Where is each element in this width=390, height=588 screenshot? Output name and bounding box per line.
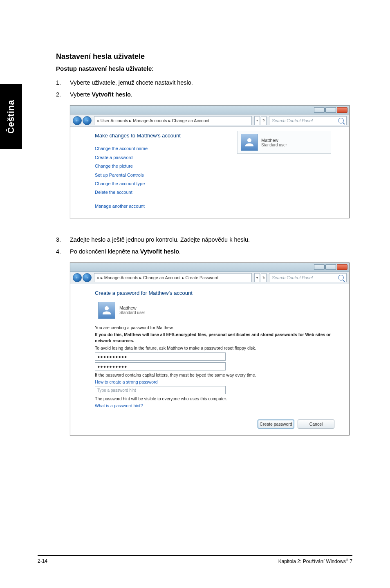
search-input[interactable]: Search Control Panel xyxy=(269,116,347,125)
link-parental-controls[interactable]: Set up Parental Controls xyxy=(95,171,339,180)
step-3: 3. Zadejte heslo a ještě jednou pro kont… xyxy=(56,235,359,245)
step-text: Po dokončení klepněte na Vytvořit heslo. xyxy=(70,247,359,257)
step-number: 1. xyxy=(56,78,70,88)
password-confirm-field[interactable]: ●●●●●●●●●● xyxy=(95,362,226,370)
forward-button[interactable]: → xyxy=(83,273,92,282)
window-titlebar xyxy=(70,263,349,272)
dialog-buttons: Create password Cancel xyxy=(70,415,349,435)
search-placeholder: Search Control Panel xyxy=(272,275,313,280)
step-text-bold: Vytvořit heslo xyxy=(92,91,130,98)
step-text: Vyberte uživatele, jemuž chcete nastavit… xyxy=(70,78,359,88)
search-icon xyxy=(338,275,344,281)
breadcrumb[interactable]: « User Accounts ▸ Manage Accounts ▸ Chan… xyxy=(94,116,252,125)
step-number: 3. xyxy=(56,235,70,245)
steps-list-continued: 3. Zadejte heslo a ještě jednou pro kont… xyxy=(56,235,359,256)
search-placeholder: Search Control Panel xyxy=(272,118,313,123)
what-is-hint-link[interactable]: What is a password hint? xyxy=(95,403,334,408)
account-name: Matthew xyxy=(261,138,287,143)
language-tab: Čeština xyxy=(0,84,22,149)
caps-note: If the password contains capital letters… xyxy=(95,372,334,378)
back-button[interactable]: ← xyxy=(73,116,82,125)
panel-body: Create a password for Matthew's account … xyxy=(70,284,349,415)
forward-button[interactable]: → xyxy=(83,116,92,125)
breadcrumb-dropdown[interactable]: ▾ xyxy=(254,273,260,282)
step-1: 1. Vyberte uživatele, jemuž chcete nasta… xyxy=(56,78,359,88)
heading-main: Nastavení hesla uživatele xyxy=(56,52,359,61)
minimize-button[interactable] xyxy=(314,264,325,270)
link-delete-account[interactable]: Delete the account xyxy=(95,188,339,197)
avatar xyxy=(98,302,115,319)
heading-sub: Postup nastavení hesla uživatele: xyxy=(56,65,359,72)
step-4: 4. Po dokončení klepněte na Vytvořit hes… xyxy=(56,247,359,257)
panel-title: Create a password for Matthew's account xyxy=(95,290,334,296)
page-number: 2-14 xyxy=(38,558,47,564)
step-text-prefix: Vyberte xyxy=(70,91,92,98)
link-manage-another[interactable]: Manage another account xyxy=(95,202,339,211)
floppy-advice: To avoid losing data in the future, ask … xyxy=(95,345,334,351)
password-hint-field[interactable]: Type a password hint xyxy=(95,386,226,394)
back-button[interactable]: ← xyxy=(73,273,82,282)
page-footer: 2-14 Kapitola 2: Používání Windows® 7 xyxy=(38,555,352,564)
search-input[interactable]: Search Control Panel xyxy=(269,273,347,282)
steps-list: 1. Vyberte uživatele, jemuž chcete nasta… xyxy=(56,78,359,99)
refresh-button[interactable]: ↻ xyxy=(261,116,267,125)
step-text-suffix: . xyxy=(179,248,181,255)
step-text-prefix: Po dokončení klepněte na xyxy=(70,248,140,255)
user-icon xyxy=(101,304,113,316)
window-controls xyxy=(314,264,347,270)
screenshot-create-password: ← → « ▸ Manage Accounts ▸ Change an Acco… xyxy=(70,263,350,435)
avatar xyxy=(241,134,258,151)
refresh-button[interactable]: ↻ xyxy=(261,273,267,282)
page-content: Nastavení hesla uživatele Postup nastave… xyxy=(56,52,359,452)
step-text-suffix: . xyxy=(131,91,132,98)
step-2: 2. Vyberte Vytvořit heslo. xyxy=(56,90,359,100)
hint-visible-note: The password hint will be visible to eve… xyxy=(95,396,334,402)
maximize-button[interactable] xyxy=(325,107,336,113)
address-bar: ← → « ▸ Manage Accounts ▸ Change an Acco… xyxy=(70,272,349,284)
chapter-suffix: 7 xyxy=(348,559,352,564)
step-text: Vyberte Vytvořit heslo. xyxy=(70,90,359,100)
chapter-text: Kapitola 2: Používání Windows xyxy=(278,559,346,564)
account-card: Matthew Standard user xyxy=(237,131,331,154)
link-create-password[interactable]: Create a password xyxy=(95,153,339,162)
strong-password-link[interactable]: How to create a strong password xyxy=(95,379,334,384)
close-button[interactable] xyxy=(337,107,347,113)
link-change-type[interactable]: Change the account type xyxy=(95,180,339,188)
cancel-button[interactable]: Cancel xyxy=(298,420,334,429)
account-links: Change the account name Create a passwor… xyxy=(95,144,339,211)
screenshot-change-account: ← → « User Accounts ▸ Manage Accounts ▸ … xyxy=(70,105,350,218)
close-button[interactable] xyxy=(337,264,347,270)
language-label: Čeština xyxy=(6,100,16,134)
window-titlebar xyxy=(70,105,349,114)
create-password-button[interactable]: Create password xyxy=(258,420,294,429)
step-text: Zadejte heslo a ještě jednou pro kontrol… xyxy=(70,235,359,245)
address-bar: ← → « User Accounts ▸ Manage Accounts ▸ … xyxy=(70,114,349,127)
breadcrumb-dropdown[interactable]: ▾ xyxy=(254,116,260,125)
panel-body: Matthew Standard user Make changes to Ma… xyxy=(70,127,349,218)
account-type: Standard user xyxy=(119,310,145,315)
step-number: 2. xyxy=(56,90,70,100)
window-controls xyxy=(314,107,347,113)
password-field[interactable]: ●●●●●●●●●● xyxy=(95,352,226,361)
maximize-button[interactable] xyxy=(325,264,336,270)
user-icon xyxy=(243,136,256,148)
chapter-label: Kapitola 2: Používání Windows® 7 xyxy=(278,558,352,564)
account-capsule: Matthew Standard user xyxy=(98,302,334,319)
efs-warning: If you do this, Matthew will lose all EF… xyxy=(95,332,334,343)
minimize-button[interactable] xyxy=(314,107,325,113)
breadcrumb[interactable]: « ▸ Manage Accounts ▸ Change an Account … xyxy=(94,273,252,282)
step-number: 4. xyxy=(56,247,70,257)
link-change-picture[interactable]: Change the picture xyxy=(95,162,339,171)
search-icon xyxy=(338,118,344,123)
account-type: Standard user xyxy=(261,143,287,147)
step-text-bold: Vytvořit heslo xyxy=(140,248,179,255)
account-name: Matthew xyxy=(119,305,145,310)
creating-label: You are creating a password for Matthew. xyxy=(95,325,334,331)
